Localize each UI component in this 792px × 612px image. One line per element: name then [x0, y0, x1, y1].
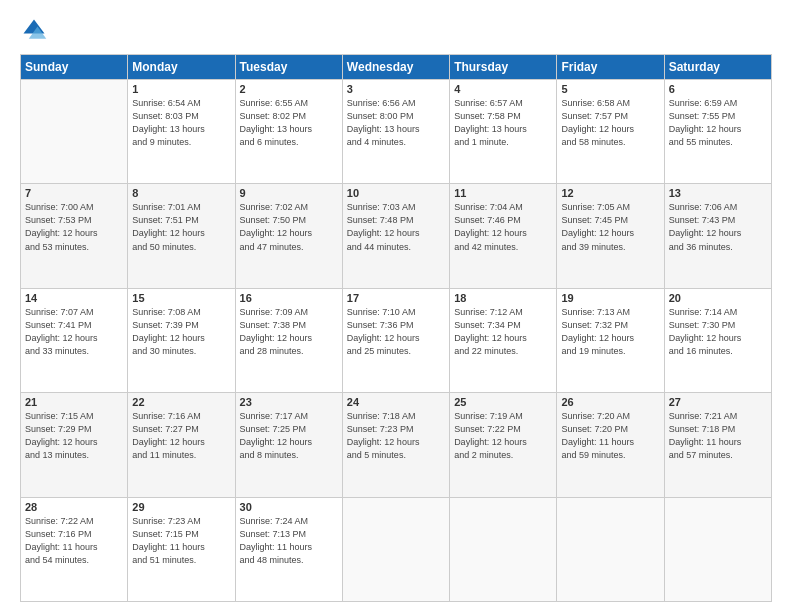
- day-info: Sunrise: 7:04 AM Sunset: 7:46 PM Dayligh…: [454, 201, 552, 253]
- calendar-cell: 7Sunrise: 7:00 AM Sunset: 7:53 PM Daylig…: [21, 184, 128, 288]
- day-info: Sunrise: 7:12 AM Sunset: 7:34 PM Dayligh…: [454, 306, 552, 358]
- weekday-header-thursday: Thursday: [450, 55, 557, 80]
- calendar-cell: 11Sunrise: 7:04 AM Sunset: 7:46 PM Dayli…: [450, 184, 557, 288]
- logo-icon: [20, 16, 48, 44]
- calendar-cell: 6Sunrise: 6:59 AM Sunset: 7:55 PM Daylig…: [664, 80, 771, 184]
- calendar-cell: 2Sunrise: 6:55 AM Sunset: 8:02 PM Daylig…: [235, 80, 342, 184]
- day-info: Sunrise: 6:57 AM Sunset: 7:58 PM Dayligh…: [454, 97, 552, 149]
- day-number: 15: [132, 292, 230, 304]
- day-number: 24: [347, 396, 445, 408]
- header: [20, 16, 772, 44]
- day-info: Sunrise: 7:05 AM Sunset: 7:45 PM Dayligh…: [561, 201, 659, 253]
- day-info: Sunrise: 7:06 AM Sunset: 7:43 PM Dayligh…: [669, 201, 767, 253]
- calendar-cell: 28Sunrise: 7:22 AM Sunset: 7:16 PM Dayli…: [21, 497, 128, 601]
- day-info: Sunrise: 7:15 AM Sunset: 7:29 PM Dayligh…: [25, 410, 123, 462]
- day-number: 3: [347, 83, 445, 95]
- day-number: 17: [347, 292, 445, 304]
- weekday-header-monday: Monday: [128, 55, 235, 80]
- calendar-cell: 1Sunrise: 6:54 AM Sunset: 8:03 PM Daylig…: [128, 80, 235, 184]
- day-number: 10: [347, 187, 445, 199]
- day-info: Sunrise: 7:00 AM Sunset: 7:53 PM Dayligh…: [25, 201, 123, 253]
- day-number: 22: [132, 396, 230, 408]
- day-info: Sunrise: 6:58 AM Sunset: 7:57 PM Dayligh…: [561, 97, 659, 149]
- day-number: 30: [240, 501, 338, 513]
- weekday-header-sunday: Sunday: [21, 55, 128, 80]
- day-info: Sunrise: 7:01 AM Sunset: 7:51 PM Dayligh…: [132, 201, 230, 253]
- calendar-cell: 18Sunrise: 7:12 AM Sunset: 7:34 PM Dayli…: [450, 288, 557, 392]
- calendar-cell: 26Sunrise: 7:20 AM Sunset: 7:20 PM Dayli…: [557, 393, 664, 497]
- day-number: 9: [240, 187, 338, 199]
- calendar-cell: 23Sunrise: 7:17 AM Sunset: 7:25 PM Dayli…: [235, 393, 342, 497]
- day-number: 16: [240, 292, 338, 304]
- day-info: Sunrise: 7:07 AM Sunset: 7:41 PM Dayligh…: [25, 306, 123, 358]
- day-number: 23: [240, 396, 338, 408]
- calendar-cell: 10Sunrise: 7:03 AM Sunset: 7:48 PM Dayli…: [342, 184, 449, 288]
- day-number: 28: [25, 501, 123, 513]
- calendar-cell: 24Sunrise: 7:18 AM Sunset: 7:23 PM Dayli…: [342, 393, 449, 497]
- day-info: Sunrise: 6:55 AM Sunset: 8:02 PM Dayligh…: [240, 97, 338, 149]
- weekday-header-row: SundayMondayTuesdayWednesdayThursdayFrid…: [21, 55, 772, 80]
- calendar-week-row: 21Sunrise: 7:15 AM Sunset: 7:29 PM Dayli…: [21, 393, 772, 497]
- weekday-header-wednesday: Wednesday: [342, 55, 449, 80]
- day-number: 14: [25, 292, 123, 304]
- day-info: Sunrise: 7:19 AM Sunset: 7:22 PM Dayligh…: [454, 410, 552, 462]
- day-number: 13: [669, 187, 767, 199]
- calendar-cell: 27Sunrise: 7:21 AM Sunset: 7:18 PM Dayli…: [664, 393, 771, 497]
- calendar-cell: [450, 497, 557, 601]
- calendar-cell: 21Sunrise: 7:15 AM Sunset: 7:29 PM Dayli…: [21, 393, 128, 497]
- calendar-cell: [342, 497, 449, 601]
- calendar-cell: 20Sunrise: 7:14 AM Sunset: 7:30 PM Dayli…: [664, 288, 771, 392]
- day-info: Sunrise: 7:17 AM Sunset: 7:25 PM Dayligh…: [240, 410, 338, 462]
- logo: [20, 16, 52, 44]
- calendar-cell: 25Sunrise: 7:19 AM Sunset: 7:22 PM Dayli…: [450, 393, 557, 497]
- day-info: Sunrise: 7:09 AM Sunset: 7:38 PM Dayligh…: [240, 306, 338, 358]
- day-number: 20: [669, 292, 767, 304]
- day-number: 6: [669, 83, 767, 95]
- calendar-cell: [664, 497, 771, 601]
- calendar-cell: 17Sunrise: 7:10 AM Sunset: 7:36 PM Dayli…: [342, 288, 449, 392]
- day-info: Sunrise: 7:16 AM Sunset: 7:27 PM Dayligh…: [132, 410, 230, 462]
- weekday-header-tuesday: Tuesday: [235, 55, 342, 80]
- day-number: 19: [561, 292, 659, 304]
- day-info: Sunrise: 7:24 AM Sunset: 7:13 PM Dayligh…: [240, 515, 338, 567]
- calendar-cell: 29Sunrise: 7:23 AM Sunset: 7:15 PM Dayli…: [128, 497, 235, 601]
- day-number: 11: [454, 187, 552, 199]
- day-number: 1: [132, 83, 230, 95]
- day-info: Sunrise: 7:23 AM Sunset: 7:15 PM Dayligh…: [132, 515, 230, 567]
- calendar-cell: 15Sunrise: 7:08 AM Sunset: 7:39 PM Dayli…: [128, 288, 235, 392]
- day-info: Sunrise: 6:56 AM Sunset: 8:00 PM Dayligh…: [347, 97, 445, 149]
- calendar-cell: 9Sunrise: 7:02 AM Sunset: 7:50 PM Daylig…: [235, 184, 342, 288]
- day-number: 26: [561, 396, 659, 408]
- calendar-week-row: 7Sunrise: 7:00 AM Sunset: 7:53 PM Daylig…: [21, 184, 772, 288]
- calendar-cell: 12Sunrise: 7:05 AM Sunset: 7:45 PM Dayli…: [557, 184, 664, 288]
- day-info: Sunrise: 6:59 AM Sunset: 7:55 PM Dayligh…: [669, 97, 767, 149]
- day-info: Sunrise: 7:21 AM Sunset: 7:18 PM Dayligh…: [669, 410, 767, 462]
- calendar-cell: 19Sunrise: 7:13 AM Sunset: 7:32 PM Dayli…: [557, 288, 664, 392]
- day-number: 4: [454, 83, 552, 95]
- day-info: Sunrise: 7:13 AM Sunset: 7:32 PM Dayligh…: [561, 306, 659, 358]
- day-number: 18: [454, 292, 552, 304]
- calendar-week-row: 28Sunrise: 7:22 AM Sunset: 7:16 PM Dayli…: [21, 497, 772, 601]
- calendar-cell: 14Sunrise: 7:07 AM Sunset: 7:41 PM Dayli…: [21, 288, 128, 392]
- day-info: Sunrise: 7:03 AM Sunset: 7:48 PM Dayligh…: [347, 201, 445, 253]
- calendar-cell: 16Sunrise: 7:09 AM Sunset: 7:38 PM Dayli…: [235, 288, 342, 392]
- day-info: Sunrise: 7:02 AM Sunset: 7:50 PM Dayligh…: [240, 201, 338, 253]
- day-info: Sunrise: 7:10 AM Sunset: 7:36 PM Dayligh…: [347, 306, 445, 358]
- calendar-week-row: 1Sunrise: 6:54 AM Sunset: 8:03 PM Daylig…: [21, 80, 772, 184]
- calendar-table: SundayMondayTuesdayWednesdayThursdayFrid…: [20, 54, 772, 602]
- calendar-cell: [557, 497, 664, 601]
- calendar-week-row: 14Sunrise: 7:07 AM Sunset: 7:41 PM Dayli…: [21, 288, 772, 392]
- day-number: 29: [132, 501, 230, 513]
- day-number: 7: [25, 187, 123, 199]
- day-number: 5: [561, 83, 659, 95]
- day-number: 12: [561, 187, 659, 199]
- day-info: Sunrise: 6:54 AM Sunset: 8:03 PM Dayligh…: [132, 97, 230, 149]
- weekday-header-saturday: Saturday: [664, 55, 771, 80]
- page: SundayMondayTuesdayWednesdayThursdayFrid…: [0, 0, 792, 612]
- day-number: 8: [132, 187, 230, 199]
- day-number: 21: [25, 396, 123, 408]
- calendar-cell: 8Sunrise: 7:01 AM Sunset: 7:51 PM Daylig…: [128, 184, 235, 288]
- day-info: Sunrise: 7:14 AM Sunset: 7:30 PM Dayligh…: [669, 306, 767, 358]
- day-info: Sunrise: 7:22 AM Sunset: 7:16 PM Dayligh…: [25, 515, 123, 567]
- calendar-cell: 3Sunrise: 6:56 AM Sunset: 8:00 PM Daylig…: [342, 80, 449, 184]
